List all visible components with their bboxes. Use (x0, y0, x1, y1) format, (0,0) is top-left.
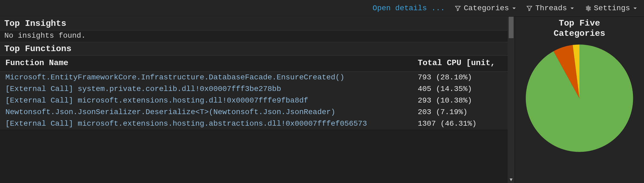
function-cpu-value: 1307 (46.31%) (418, 119, 509, 128)
pie-chart-title: Top Five Categories (554, 18, 605, 39)
function-cpu-value: 793 (28.10%) (418, 73, 509, 82)
function-name-link[interactable]: Newtonsoft.Json.JsonSerializer.Deseriali… (5, 108, 418, 116)
insights-body: No insights found. (0, 30, 515, 42)
function-name-link[interactable]: [External Call] microsoft.extensions.hos… (5, 96, 418, 105)
pie-title-line2: Categories (554, 29, 605, 38)
function-name-link[interactable]: [External Call] microsoft.extensions.hos… (5, 119, 418, 128)
function-cpu-value: 293 (10.38%) (418, 96, 509, 105)
column-header-cpu[interactable]: Total CPU [unit, (418, 58, 509, 68)
gear-icon (584, 5, 591, 12)
column-header-name[interactable]: Function Name (5, 58, 418, 68)
functions-table: Function Name Total CPU [unit, Microsoft… (0, 56, 515, 129)
threads-dropdown[interactable]: Threads (526, 4, 575, 12)
chevron-down-icon (570, 6, 575, 11)
pie-chart-svg (523, 42, 636, 155)
chevron-down-icon (512, 6, 516, 11)
threads-label: Threads (535, 4, 567, 12)
scroll-thumb[interactable] (509, 17, 514, 38)
top-insights-header: Top Insights (0, 17, 515, 30)
table-row[interactable]: [External Call] microsoft.extensions.hos… (0, 118, 515, 129)
pie-title-line1: Top Five (559, 18, 600, 28)
functions-rows: Microsoft.EntityFrameworkCore.Infrastruc… (0, 72, 515, 129)
function-cpu-value: 203 (7.19%) (418, 108, 509, 116)
right-panel: Top Five Categories (515, 17, 644, 183)
table-row[interactable]: [External Call] microsoft.extensions.hos… (0, 95, 515, 106)
toolbar: Open details ... Categories Threads Sett… (0, 0, 644, 17)
chevron-down-icon (633, 6, 638, 11)
pie-chart (523, 42, 636, 155)
function-name-link[interactable]: Microsoft.EntityFrameworkCore.Infrastruc… (5, 73, 418, 82)
vertical-scrollbar[interactable]: ▲ ▼ (508, 17, 515, 183)
left-panel: Top Insights No insights found. Top Func… (0, 17, 515, 183)
content-area: Top Insights No insights found. Top Func… (0, 17, 644, 183)
functions-table-header: Function Name Total CPU [unit, (0, 56, 515, 72)
categories-dropdown[interactable]: Categories (455, 4, 516, 12)
open-details-link[interactable]: Open details ... (373, 4, 445, 12)
settings-dropdown[interactable]: Settings (584, 4, 638, 12)
filter-icon (526, 5, 533, 12)
filter-icon (455, 5, 461, 12)
table-row[interactable]: Microsoft.EntityFrameworkCore.Infrastruc… (0, 72, 515, 83)
categories-label: Categories (464, 4, 509, 12)
top-functions-header: Top Functions (0, 42, 515, 56)
table-row[interactable]: [External Call] system.private.corelib.d… (0, 83, 515, 95)
function-name-link[interactable]: [External Call] system.private.corelib.d… (5, 85, 418, 93)
settings-label: Settings (594, 4, 630, 12)
table-row[interactable]: Newtonsoft.Json.JsonSerializer.Deseriali… (0, 106, 515, 118)
function-cpu-value: 405 (14.35%) (418, 85, 509, 93)
scroll-down-arrow[interactable]: ▼ (508, 177, 515, 182)
